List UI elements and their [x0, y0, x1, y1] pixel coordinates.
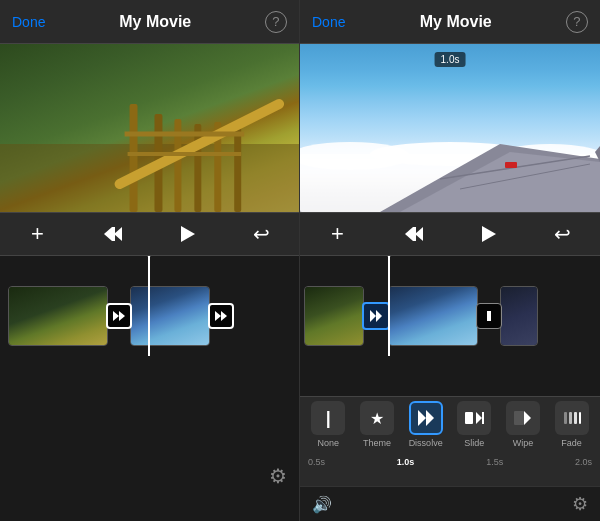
left-bottom: ⚙	[0, 431, 299, 521]
left-timeline	[0, 256, 299, 431]
svg-marker-15	[119, 311, 125, 321]
left-add-button[interactable]: +	[19, 216, 55, 252]
transition-fade-icon	[555, 401, 589, 435]
svg-rect-37	[465, 412, 473, 424]
svg-marker-10	[104, 227, 112, 241]
right-video-preview: 1.0s	[300, 44, 600, 212]
svg-marker-14	[113, 311, 119, 321]
svg-marker-36	[426, 410, 434, 426]
svg-marker-31	[482, 226, 496, 242]
svg-marker-38	[476, 412, 482, 424]
svg-marker-13	[181, 226, 195, 242]
svg-rect-40	[514, 411, 524, 425]
transition-none-icon: |	[311, 401, 345, 435]
svg-marker-30	[415, 227, 423, 241]
ruler-mark-2: 1.5s	[486, 457, 503, 467]
svg-marker-17	[221, 311, 227, 321]
left-panel: Done My Movie ? +	[0, 0, 300, 521]
svg-rect-4	[194, 124, 201, 212]
left-help-button[interactable]: ?	[265, 11, 287, 33]
transition-none-label: None	[318, 438, 340, 448]
svg-rect-26	[505, 162, 517, 168]
left-undo-button[interactable]: ↩	[244, 216, 280, 252]
svg-rect-42	[564, 412, 567, 424]
right-transition-selected[interactable]	[362, 302, 390, 330]
transition-none[interactable]: | None	[306, 401, 350, 448]
right-timeline	[300, 256, 600, 396]
left-clip-2[interactable]	[130, 286, 210, 346]
right-volume-button[interactable]: 🔊	[312, 495, 332, 514]
left-rewind-button[interactable]	[94, 216, 130, 252]
right-clip-3[interactable]	[500, 286, 538, 346]
svg-rect-39	[482, 412, 484, 424]
transition-fade-label: Fade	[561, 438, 582, 448]
left-clip-1[interactable]	[8, 286, 108, 346]
svg-marker-12	[114, 227, 122, 241]
svg-marker-28	[405, 227, 413, 241]
transition-dissolve[interactable]: Dissolve	[404, 401, 448, 448]
svg-rect-43	[569, 412, 572, 424]
transition-slide-label: Slide	[464, 438, 484, 448]
transition-dissolve-icon	[409, 401, 443, 435]
right-transition-2[interactable]	[476, 303, 502, 329]
right-header: Done My Movie ?	[300, 0, 600, 44]
left-track	[0, 276, 299, 356]
left-header: Done My Movie ?	[0, 0, 299, 44]
left-play-button[interactable]	[169, 216, 205, 252]
right-panel: Done My Movie ? 1.0s +	[300, 0, 600, 521]
svg-marker-35	[418, 410, 426, 426]
transition-wipe-icon	[506, 401, 540, 435]
right-settings-button[interactable]: ⚙	[572, 493, 588, 515]
right-bottom-controls: 🔊 ⚙	[300, 486, 600, 521]
right-done-button[interactable]: Done	[312, 14, 345, 30]
transition-theme-icon: ★	[360, 401, 394, 435]
svg-rect-45	[579, 412, 581, 424]
right-undo-button[interactable]: ↩	[545, 216, 581, 252]
right-clip-2[interactable]	[388, 286, 478, 346]
transition-options: | None ★ Theme Dissolve	[300, 397, 600, 452]
ruler-marks: 0.5s 1.0s 1.5s 2.0s	[308, 457, 592, 467]
right-title: My Movie	[420, 13, 492, 31]
right-rewind-button[interactable]	[395, 216, 431, 252]
ruler-mark-1: 1.0s	[397, 457, 415, 467]
right-clip-1[interactable]	[304, 286, 364, 346]
right-toolbar: + ↩	[300, 212, 600, 256]
svg-marker-33	[376, 310, 382, 322]
transition-panel: | None ★ Theme Dissolve	[300, 396, 600, 486]
svg-rect-6	[234, 126, 241, 212]
right-play-button[interactable]	[470, 216, 506, 252]
transition-dissolve-label: Dissolve	[409, 438, 443, 448]
svg-marker-16	[215, 311, 221, 321]
left-settings-button[interactable]: ⚙	[269, 464, 287, 488]
transition-slide-icon	[457, 401, 491, 435]
svg-rect-34	[487, 311, 491, 321]
transition-fade[interactable]: Fade	[550, 401, 594, 448]
left-done-button[interactable]: Done	[12, 14, 45, 30]
timeline-ruler: 0.5s 1.0s 1.5s 2.0s	[300, 452, 600, 472]
left-title: My Movie	[119, 13, 191, 31]
svg-marker-32	[370, 310, 376, 322]
ruler-mark-0: 0.5s	[308, 457, 325, 467]
right-help-button[interactable]: ?	[566, 11, 588, 33]
transition-wipe-label: Wipe	[513, 438, 534, 448]
svg-rect-44	[574, 412, 577, 424]
right-track	[300, 276, 600, 356]
left-toolbar: + ↩	[0, 212, 299, 256]
svg-marker-41	[524, 411, 531, 425]
transition-theme[interactable]: ★ Theme	[355, 401, 399, 448]
right-playhead[interactable]	[388, 256, 390, 356]
transition-wipe[interactable]: Wipe	[501, 401, 545, 448]
transition-slide[interactable]: Slide	[452, 401, 496, 448]
ruler-mark-3: 2.0s	[575, 457, 592, 467]
right-add-button[interactable]: +	[320, 216, 356, 252]
left-video-preview	[0, 44, 299, 212]
transition-theme-label: Theme	[363, 438, 391, 448]
left-playhead[interactable]	[148, 256, 150, 356]
svg-rect-1	[130, 104, 138, 212]
